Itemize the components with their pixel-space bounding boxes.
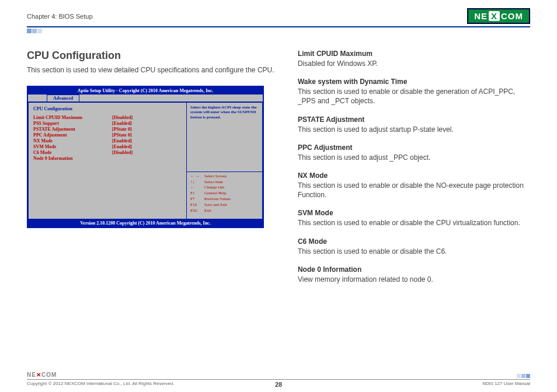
bios-footer-bar: Version 2.10.1208 Copyright (C) 2010 Ame… — [28, 219, 263, 227]
option-desc: Disabled for Windows XP. — [298, 59, 530, 68]
bios-help-text: Select the highest ACPI sleep state the … — [187, 103, 262, 172]
logo-text-post: COM — [501, 11, 523, 21]
option-block: C6 Mode This section is used to enable o… — [298, 237, 530, 256]
option-block: SVM Mode This section is used to enable … — [298, 209, 530, 228]
bios-row: SVM Mode[Enabled] — [33, 144, 182, 149]
option-desc: This section is used to enable or disabl… — [298, 247, 530, 256]
bios-row: PSTATE Adjustment[PState 0] — [33, 127, 182, 132]
right-column: Limit CPUID Maximum Disabled for Windows… — [298, 50, 530, 293]
logo-x-icon: X — [489, 11, 500, 21]
option-title: Limit CPUID Maximum — [298, 50, 530, 58]
bios-pane-heading: CPU Configuration — [33, 106, 182, 111]
bios-help-pane: Select the highest ACPI sleep state the … — [187, 103, 263, 219]
logo: NE X COM — [467, 8, 530, 24]
option-title: C6 Mode — [298, 237, 530, 246]
footer-logo: NE✕COM — [27, 372, 57, 378]
section-title: CPU Configuration — [27, 50, 277, 62]
footer-decor-squares — [517, 374, 530, 378]
bios-screenshot: Aptio Setup Utility - Copyright (C) 2010… — [27, 86, 264, 228]
option-block: Limit CPUID Maximum Disabled for Windows… — [298, 50, 530, 68]
section-description: This section is used to view detailed CP… — [27, 65, 277, 75]
option-title: Wake system with Dynamic Time — [298, 78, 530, 86]
bios-row: PSS Support[Enabled] — [33, 121, 182, 126]
option-desc: This section is used to enable or disabl… — [298, 218, 530, 228]
page-header: Chapter 4: BIOS Setup NE X COM — [0, 0, 557, 26]
bios-key-legend: ← →Select Screen ↑↓Select Item ←Change O… — [187, 172, 262, 216]
option-desc: This section is used to adjust startup P… — [298, 125, 530, 134]
bios-row: C6 Mode[Disabled] — [33, 150, 182, 155]
option-title: SVM Mode — [298, 209, 530, 217]
bios-row: Node 0 Information — [33, 156, 182, 161]
header-rule — [27, 26, 530, 27]
page-footer: NE✕COM Copyright © 2012 NEXCOM Internati… — [0, 372, 557, 386]
option-title: Node 0 Information — [298, 265, 530, 274]
bios-row: PPC Adjustment[PState 0] — [33, 132, 182, 138]
bios-row: Limit CPUID Maximum[Disabled] — [33, 115, 182, 120]
option-desc: This section is used to enable or disabl… — [298, 87, 530, 106]
content-area: CPU Configuration This section is used t… — [0, 33, 557, 293]
option-title: PSTATE Adjustment — [298, 116, 530, 124]
chapter-label: Chapter 4: BIOS Setup — [27, 13, 93, 20]
option-block: Node 0 Information View memory informati… — [298, 265, 530, 284]
logo-text-pre: NE — [474, 11, 488, 21]
left-column: CPU Configuration This section is used t… — [27, 50, 277, 293]
bios-row: NX Mode[Enabled] — [33, 138, 182, 144]
bios-settings-pane: CPU Configuration Limit CPUID Maximum[Di… — [28, 103, 187, 219]
option-title: NX Mode — [298, 172, 530, 180]
option-block: PPC Adjustment This section is used to a… — [298, 144, 530, 162]
option-block: PSTATE Adjustment This section is used t… — [298, 116, 530, 134]
option-block: NX Mode This section is used to enable o… — [298, 172, 530, 200]
bios-tab-bar: Advanced — [28, 94, 263, 102]
option-desc: This section is used to enable or disabl… — [298, 181, 530, 200]
page-number: 28 — [0, 381, 557, 388]
option-block: Wake system with Dynamic Time This secti… — [298, 78, 530, 106]
option-desc: This section is used to adjust _PPC obje… — [298, 153, 530, 162]
bios-title-bar: Aptio Setup Utility - Copyright (C) 2010… — [28, 87, 263, 94]
header-decor-squares — [27, 29, 557, 33]
bios-tab-advanced: Advanced — [47, 94, 79, 102]
option-desc: View memory information related to node … — [298, 275, 530, 284]
option-title: PPC Adjustment — [298, 144, 530, 152]
